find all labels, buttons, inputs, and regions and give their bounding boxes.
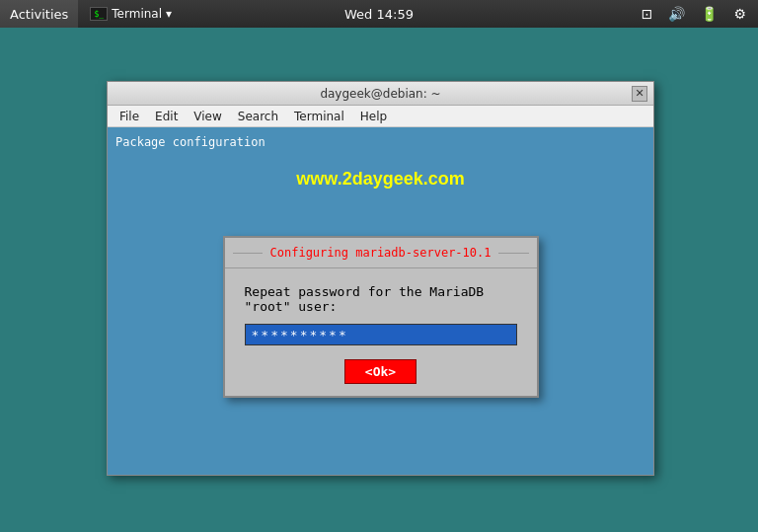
ok-button[interactable]: <Ok> — [344, 359, 417, 384]
terminal-dropdown-arrow: ▾ — [166, 7, 172, 21]
terminal-menubar: File Edit View Search Terminal Help — [108, 106, 653, 127]
dialog-buttons: <Ok> — [245, 359, 517, 384]
terminal-icon: $_ — [90, 7, 108, 21]
menu-file[interactable]: File — [112, 108, 147, 125]
menu-edit[interactable]: Edit — [147, 108, 186, 125]
brand-text: www.2daygeek.com — [115, 169, 645, 190]
activities-button[interactable]: Activities — [0, 0, 78, 28]
battery-icon[interactable]: 🔋 — [697, 4, 721, 24]
password-stars: ********** — [252, 328, 348, 342]
taskbar-right: ⊡ 🔊 🔋 ⚙ — [638, 4, 758, 24]
menu-search[interactable]: Search — [230, 108, 286, 125]
terminal-content: Package configuration www.2daygeek.com C… — [108, 127, 653, 475]
menu-terminal[interactable]: Terminal — [286, 108, 352, 125]
password-display: ********** — [245, 324, 517, 345]
dialog-prompt: Repeat password for the MariaDB "root" u… — [245, 284, 517, 314]
dialog-body: Repeat password for the MariaDB "root" u… — [225, 268, 537, 396]
menu-help[interactable]: Help — [352, 108, 395, 125]
terminal-window: daygeek@debian: ~ ✕ File Edit View Searc… — [107, 81, 654, 476]
dialog-titlebar: Configuring mariadb-server-10.1 — [225, 238, 537, 268]
taskbar-left: Activities $_ Terminal ▾ — [0, 0, 180, 28]
configure-dialog: Configuring mariadb-server-10.1 Repeat p… — [223, 236, 539, 398]
menu-view[interactable]: View — [186, 108, 229, 125]
volume-icon[interactable]: 🔊 — [664, 4, 689, 24]
terminal-title: daygeek@debian: ~ — [129, 87, 632, 101]
taskbar: Activities $_ Terminal ▾ Wed 14:59 ⊡ 🔊 🔋… — [0, 0, 758, 28]
settings-icon[interactable]: ⚙ — [729, 4, 750, 24]
terminal-taskbar-button[interactable]: $_ Terminal ▾ — [82, 0, 180, 28]
terminal-taskbar-label: Terminal — [112, 7, 162, 21]
activities-label: Activities — [10, 7, 68, 22]
window-manager-icon[interactable]: ⊡ — [638, 4, 657, 24]
dialog-title: Configuring mariadb-server-10.1 — [263, 246, 499, 260]
terminal-close-button[interactable]: ✕ — [632, 86, 647, 102]
terminal-titlebar: daygeek@debian: ~ ✕ — [108, 82, 653, 106]
pkg-config-label: Package configuration — [115, 135, 645, 149]
taskbar-clock: Wed 14:59 — [344, 7, 414, 22]
